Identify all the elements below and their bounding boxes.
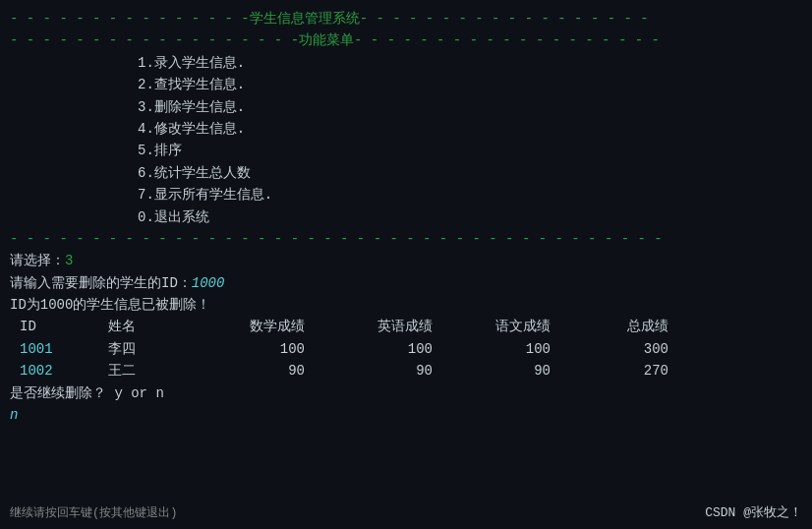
menu-list: 1.录入学生信息. 2.查找学生信息. 3.删除学生信息. 4.修改学生信息. … <box>10 52 802 228</box>
menu-item-5: 5.排序 <box>10 140 802 161</box>
separator-top: - - - - - - - - - - - - - - -学生信息管理系统- -… <box>10 8 802 29</box>
cell-english-1: 90 <box>344 360 472 382</box>
input-id-line: 请输入需要删除的学生的ID：1000 <box>10 272 802 294</box>
menu-item-0: 0.退出系统 <box>10 206 802 228</box>
cell-chinese-1: 90 <box>472 360 590 382</box>
menu-item-6: 6.统计学生总人数 <box>10 162 802 184</box>
col-header-name: 姓名 <box>108 316 226 337</box>
continue-prompt-line: 是否继续删除？ y or n <box>10 382 802 404</box>
continue-prompt-text: 是否继续删除？ y or n <box>10 382 164 404</box>
col-header-id: ID <box>20 316 108 337</box>
choose-prompt-line: 请选择：3 <box>10 250 802 271</box>
cell-id-0: 1001 <box>20 338 108 360</box>
watermark: CSDN @张牧之！ <box>705 503 802 521</box>
cell-math-1: 90 <box>226 360 344 382</box>
menu-item-1: 1.录入学生信息. <box>10 52 802 74</box>
menu-item-7: 7.显示所有学生信息. <box>10 184 802 206</box>
separator-menu: - - - - - - - - - - - - - - - - - -功能菜单-… <box>10 29 802 51</box>
delete-confirm-line: ID为1000的学生信息已被删除！ <box>10 294 802 316</box>
table-row: 1002 王二 90 90 90 270 <box>10 360 802 382</box>
bottom-hint: 继续请按回车键(按其他键退出) <box>10 504 177 521</box>
col-header-math: 数学成绩 <box>226 316 344 337</box>
choose-prompt-text: 请选择： <box>10 253 65 268</box>
col-header-total: 总成绩 <box>590 316 668 337</box>
cell-total-0: 300 <box>590 338 668 360</box>
menu-item-3: 3.删除学生信息. <box>10 96 802 118</box>
col-header-chinese: 语文成绩 <box>472 316 590 337</box>
cell-total-1: 270 <box>590 360 668 382</box>
col-header-english: 英语成绩 <box>344 316 472 337</box>
cell-name-1: 王二 <box>108 360 226 382</box>
cell-math-0: 100 <box>226 338 344 360</box>
cell-english-0: 100 <box>344 338 472 360</box>
terminal-window: - - - - - - - - - - - - - - -学生信息管理系统- -… <box>0 0 812 434</box>
input-id-text: 请输入需要删除的学生的ID： <box>10 275 192 291</box>
cell-id-1: 1002 <box>20 360 108 382</box>
cell-chinese-0: 100 <box>472 338 590 360</box>
choose-prompt-value: 3 <box>65 253 73 268</box>
cell-name-0: 李四 <box>108 338 226 360</box>
table-row: 1001 李四 100 100 100 300 <box>10 338 802 360</box>
input-id-value: 1000 <box>192 275 225 291</box>
table-header: ID 姓名 数学成绩 英语成绩 语文成绩 总成绩 <box>10 316 802 337</box>
menu-item-2: 2.查找学生信息. <box>10 74 802 95</box>
menu-item-4: 4.修改学生信息. <box>10 118 802 140</box>
separator-bottom-menu: - - - - - - - - - - - - - - - - - - - - … <box>10 228 802 250</box>
continue-input-value: n <box>10 407 18 423</box>
